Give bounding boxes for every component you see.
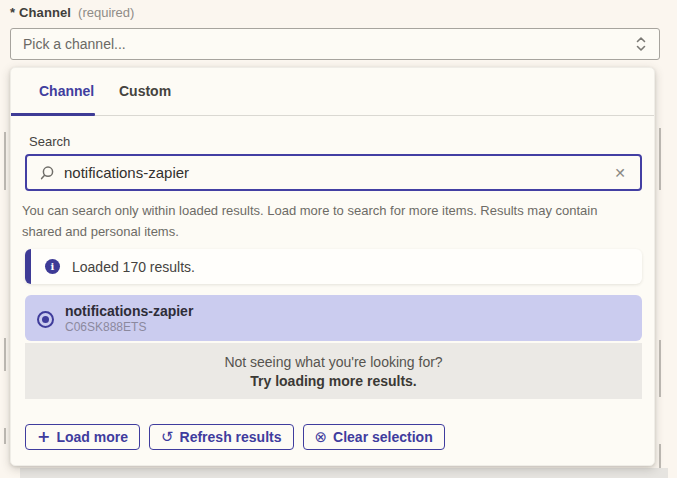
plus-icon: + [37,429,50,445]
page: * Channel (required) Pick a channel... C… [0,0,677,478]
required-note: (required) [78,5,134,20]
field-label: Channel [19,5,71,20]
not-seeing-hint: Not seeing what you're looking for? Try … [25,343,642,399]
search-field: ✕ [25,154,642,191]
page-content-behind [20,468,668,478]
actions-row: + Load more ↺ Refresh results ⊗ Clear se… [25,424,445,450]
tab-custom[interactable]: Custom [119,83,171,99]
refresh-icon: ↺ [161,430,174,445]
load-more-label: Load more [56,429,128,445]
channel-select[interactable]: Pick a channel... [10,28,660,60]
loaded-results-banner: i Loaded 170 results. [25,249,642,284]
info-icon: i [45,259,60,274]
active-tab-underline [11,113,95,116]
radio-selected-icon[interactable] [37,311,54,328]
banner-accent-bar [25,249,31,284]
tab-channel[interactable]: Channel [39,83,94,99]
clear-selection-button[interactable]: ⊗ Clear selection [303,424,445,450]
tab-bar: Channel Custom [11,68,654,116]
search-input[interactable] [64,164,603,181]
search-help-text: You can search only within loaded result… [22,200,634,242]
channel-dropdown-panel: Channel Custom Search ✕ You can search o… [10,67,655,466]
banner-message: Loaded 170 results. [72,259,195,275]
hint-question: Not seeing what you're looking for? [224,354,442,370]
search-icon [39,165,55,181]
clear-selection-label: Clear selection [333,429,433,445]
background-field-border [4,338,6,371]
background-field-border [659,340,661,397]
background-field-border [4,428,6,444]
select-placeholder: Pick a channel... [23,36,635,52]
field-label-row: * Channel (required) [10,5,134,20]
required-asterisk: * [10,5,15,20]
clear-search-icon[interactable]: ✕ [612,164,628,182]
background-field-border [659,128,661,190]
refresh-results-button[interactable]: ↺ Refresh results [149,424,294,450]
background-field-border [4,132,6,190]
circled-x-icon: ⊗ [315,430,328,445]
result-name: notifications-zapier [65,303,193,319]
result-item-selected[interactable]: notifications-zapier C06SK888ETS [25,295,642,341]
load-more-button[interactable]: + Load more [25,424,140,450]
try-loading-more-link[interactable]: Try loading more results. [250,373,417,389]
refresh-results-label: Refresh results [180,429,282,445]
search-label: Search [29,134,70,149]
select-chevrons-icon [635,35,647,53]
result-id: C06SK888ETS [65,320,193,334]
